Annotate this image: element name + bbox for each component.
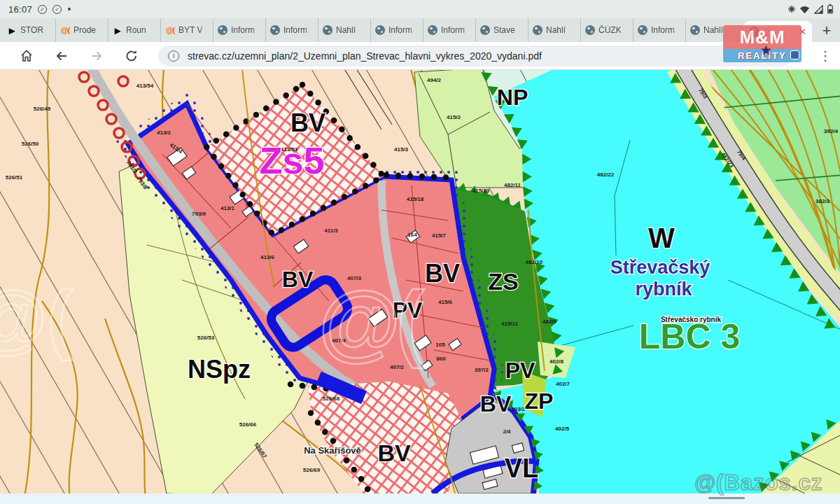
parcel-label: 793/9 xyxy=(192,211,206,217)
browser-tab[interactable]: Inform xyxy=(423,18,475,42)
home-icon[interactable] xyxy=(18,48,35,64)
tab-label: Nahlí xyxy=(546,25,576,35)
tab-strip: ▸STOR@(Prode▸Roun@(BYT VInformInformNahl… xyxy=(0,18,840,42)
globe-favicon xyxy=(428,25,438,35)
area-label: BV xyxy=(425,259,460,288)
area-label: NSpz xyxy=(188,355,251,384)
parcel-label: 413/54 xyxy=(136,83,154,89)
browser-toolbar: i strevac.cz/uzemni_plan/2_Uzemni_plan_S… xyxy=(0,42,840,70)
status-bar: 16:07 ✓ ✓ xyxy=(0,0,840,18)
parcel-label: 526/68 xyxy=(323,396,340,402)
globe-favicon xyxy=(585,25,595,35)
parcel-label: 860 xyxy=(436,356,446,362)
tab-label: Nahlí xyxy=(336,25,366,35)
bazos-watermark: @(Bazos.cz xyxy=(694,470,822,496)
parcel-label: 415/13 xyxy=(472,188,490,194)
parcel-label: 482/11 xyxy=(504,182,522,188)
tab-label: Inform xyxy=(651,25,681,35)
tab-label: Stave xyxy=(493,25,524,35)
parcel-label: 413/6 xyxy=(260,254,275,260)
browser-tab[interactable]: ČÚZK xyxy=(580,18,633,42)
screenshot-circle-icon: ✓ xyxy=(52,5,62,14)
parcel-label: 415/11 xyxy=(501,321,519,327)
mm-logo-bottom: REALITY ★ xyxy=(723,49,802,62)
green-app-favicon: ▸ xyxy=(113,25,122,35)
area-label: NP xyxy=(497,85,528,110)
parcel-label: 411/3 xyxy=(324,227,338,234)
parcel-label: 526/66 xyxy=(239,421,257,428)
asterisk-icon xyxy=(788,6,795,13)
tabs-container: ▸STOR@(Prode▸Roun@(BYT VInformInformNahl… xyxy=(0,18,741,42)
status-right-icons xyxy=(788,4,833,14)
signal-icon xyxy=(814,5,823,14)
parcel-label: 415/2 xyxy=(447,114,461,120)
green-app-favicon: ▸ xyxy=(7,25,17,35)
parcel-label: 482/9 xyxy=(542,318,557,325)
globe-favicon xyxy=(480,25,490,35)
tab-label: Inform xyxy=(231,25,261,35)
wifi-icon xyxy=(799,5,810,14)
parcel-label: 397/2 xyxy=(475,367,489,373)
parcel-label: 415/3 xyxy=(394,146,409,153)
browser-tab[interactable]: Inform xyxy=(265,18,318,42)
parcel-label: 402/8 xyxy=(550,358,564,365)
globe-favicon xyxy=(638,25,648,35)
area-label: Zs5 xyxy=(259,139,324,181)
parcel-label: 482/10 xyxy=(526,259,543,265)
browser-tab[interactable]: ▸STOR xyxy=(3,18,55,42)
browser-tab[interactable]: Nahlí xyxy=(528,18,580,42)
browser-tab[interactable]: @(BYT V xyxy=(160,18,213,42)
reload-icon[interactable] xyxy=(123,48,140,64)
parcel-label: 402/7 xyxy=(556,381,570,387)
browser-tab[interactable]: Inform xyxy=(633,18,685,42)
page-info-icon[interactable]: i xyxy=(168,50,179,62)
new-tab-button[interactable]: + xyxy=(816,20,837,41)
globe-favicon xyxy=(218,25,227,35)
watermark-center-icon: @( xyxy=(318,273,420,370)
parcel-label: 415/18 xyxy=(407,196,424,202)
browser-tab[interactable]: ▸Roun xyxy=(108,18,160,42)
browser-tab[interactable]: @(Prode xyxy=(55,18,108,42)
scroll-indicator[interactable] xyxy=(708,497,745,499)
zoning-map-pdf[interactable]: 526/49526/50526/51413/54494/2413/2413/44… xyxy=(0,70,840,493)
browser-tab[interactable]: Stave xyxy=(475,18,528,42)
globe-favicon xyxy=(323,25,332,35)
browser-tab[interactable]: Nahlí xyxy=(318,18,370,42)
overflow-menu-icon[interactable]: ⋮ xyxy=(819,48,832,64)
globe-favicon xyxy=(270,25,280,35)
parcel-label: 526/51 xyxy=(6,174,23,181)
parcel-label: 402/5 xyxy=(555,426,570,432)
parcel-label: 164 xyxy=(407,232,417,238)
browser-tab[interactable]: Inform xyxy=(213,18,265,42)
watermark-left-icon: @( xyxy=(0,273,73,362)
parcel-label: 103/2 xyxy=(511,406,526,412)
parcel-label: 415/6 xyxy=(438,299,453,305)
address-bar[interactable]: i strevac.cz/uzemni_plan/2_Uzemni_plan_S… xyxy=(158,46,792,66)
battery-icon xyxy=(827,4,833,14)
parcel-label: 526/69 xyxy=(303,467,321,473)
parcel-label: 382/3 xyxy=(816,198,830,204)
tab-label: Inform xyxy=(388,25,419,35)
screenshot-circle-icon: ✓ xyxy=(38,5,47,14)
area-label: BV xyxy=(377,440,411,466)
parcel-label: 2/4 xyxy=(503,428,511,435)
back-icon[interactable] xyxy=(53,48,70,64)
area-label: Na Skaříšově xyxy=(304,445,361,456)
globe-favicon xyxy=(690,25,700,35)
tab-label: Roun xyxy=(126,25,156,35)
bazos-favicon: @( xyxy=(165,25,175,35)
tab-label: Inform xyxy=(284,25,314,35)
tab-label: STOR xyxy=(20,25,51,35)
browser-tab[interactable]: Inform xyxy=(370,18,423,42)
parcel-label: 482/22 xyxy=(597,172,615,178)
mm-logo-badge xyxy=(790,50,799,59)
parcel-label: 526/49 xyxy=(34,106,51,112)
parcel-label: 526/50 xyxy=(22,141,39,147)
forward-icon[interactable] xyxy=(88,48,105,64)
tab-label: Inform xyxy=(441,25,471,35)
parcel-label: 494/2 xyxy=(427,77,442,83)
parcel-label: 415/7 xyxy=(432,232,447,239)
bazos-favicon: @( xyxy=(60,25,70,35)
notification-dot-icon xyxy=(68,8,71,10)
parcel-label: 105 xyxy=(435,342,445,348)
